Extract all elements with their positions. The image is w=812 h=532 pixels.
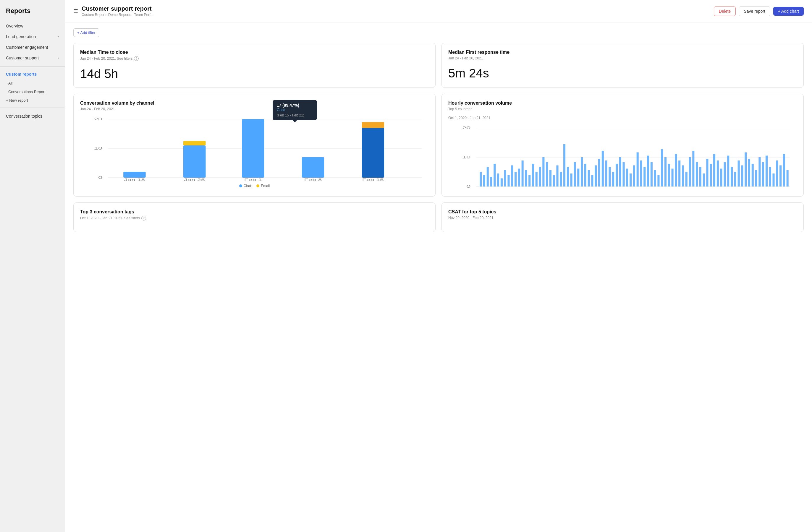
svg-rect-36 xyxy=(522,161,524,187)
hourly-volume-card: Hourly conversation volume Top 5 countri… xyxy=(441,94,804,196)
save-report-button[interactable]: Save report xyxy=(739,6,770,16)
sidebar-title: Reports xyxy=(0,7,65,21)
svg-text:Jan 18: Jan 18 xyxy=(124,178,145,181)
svg-rect-84 xyxy=(689,157,691,187)
drag-icon[interactable]: ⋮⋮ xyxy=(422,99,430,107)
header-left: ☰ Customer support report Custom Reports… xyxy=(73,5,154,17)
svg-rect-44 xyxy=(549,170,551,187)
svg-rect-90 xyxy=(710,164,712,187)
svg-rect-65 xyxy=(623,162,625,187)
sidebar-item-label: Conversation topics xyxy=(6,114,42,119)
delete-icon[interactable]: 🗑 xyxy=(411,99,419,107)
sidebar-item-lead-generation[interactable]: Lead generation › xyxy=(0,31,65,42)
svg-rect-28 xyxy=(494,164,496,187)
hourly-subtitle: Top 5 countries xyxy=(448,107,797,111)
svg-rect-85 xyxy=(692,151,694,187)
svg-rect-101 xyxy=(748,159,750,187)
svg-rect-33 xyxy=(511,165,513,187)
svg-text:20: 20 xyxy=(94,117,103,121)
svg-rect-25 xyxy=(483,175,485,187)
sidebar-item-customer-support[interactable]: Customer support › xyxy=(0,53,65,63)
main-header: ☰ Customer support report Custom Reports… xyxy=(65,0,812,23)
svg-rect-98 xyxy=(738,161,740,187)
svg-rect-77 xyxy=(665,157,667,187)
hamburger-icon[interactable]: ☰ xyxy=(73,8,78,14)
sidebar-item-conversation-topics[interactable]: Conversation topics xyxy=(0,111,65,121)
svg-rect-8 xyxy=(183,145,205,178)
page-title: Customer support report xyxy=(82,5,154,12)
bar-chart: 20 10 0 Jan 18 Jan 25 Feb 1 xyxy=(80,116,429,181)
svg-rect-71 xyxy=(643,167,646,187)
svg-rect-86 xyxy=(696,162,698,187)
svg-rect-57 xyxy=(595,165,597,187)
title-area: Customer support report Custom Reports D… xyxy=(82,5,154,17)
svg-rect-112 xyxy=(786,170,789,187)
svg-rect-41 xyxy=(539,167,541,187)
svg-text:0: 0 xyxy=(98,176,102,180)
svg-rect-88 xyxy=(703,174,705,187)
svg-rect-24 xyxy=(480,172,482,187)
svg-rect-15 xyxy=(362,128,384,178)
csat-subtitle: Nov 29, 2020 - Feb 20, 2021 xyxy=(448,216,797,220)
svg-rect-27 xyxy=(490,177,492,187)
csat-title: CSAT for top 5 topics xyxy=(448,209,797,215)
svg-rect-13 xyxy=(302,157,324,178)
legend-email-label: Email xyxy=(261,184,270,188)
info-icon[interactable]: ? xyxy=(134,56,139,61)
add-filter-button[interactable]: + Add filter xyxy=(73,28,99,37)
svg-rect-64 xyxy=(619,157,621,187)
sidebar-item-all[interactable]: All xyxy=(0,79,65,88)
conv-volume-title: Conversation volume by channel xyxy=(80,101,429,106)
median-response-title: Median First response time xyxy=(448,50,797,55)
delete-button[interactable]: Delete xyxy=(714,6,736,16)
breadcrumb: Custom Reports Demo Reports - Team Perf.… xyxy=(82,13,154,17)
svg-rect-37 xyxy=(525,170,527,187)
svg-rect-94 xyxy=(724,162,726,187)
edit-icon[interactable]: ✎ xyxy=(401,99,409,107)
add-chart-button[interactable]: + Add chart xyxy=(773,7,804,16)
legend-chat-label: Chat xyxy=(244,184,251,188)
svg-rect-43 xyxy=(546,162,548,187)
svg-text:Feb 1: Feb 1 xyxy=(244,178,262,181)
custom-reports-section[interactable]: Custom reports xyxy=(0,70,65,79)
hourly-chart: 20 10 0 xyxy=(448,125,797,190)
svg-rect-55 xyxy=(588,170,590,187)
top-tags-card: Top 3 conversation tags Oct 1, 2020 - Ja… xyxy=(73,203,436,232)
svg-rect-89 xyxy=(706,159,708,187)
svg-rect-66 xyxy=(626,169,628,187)
svg-rect-40 xyxy=(536,172,538,187)
svg-rect-97 xyxy=(734,172,736,187)
main-content: ☰ Customer support report Custom Reports… xyxy=(65,0,812,532)
svg-rect-87 xyxy=(699,167,701,187)
median-time-title: Median Time to close xyxy=(80,50,429,55)
svg-rect-49 xyxy=(567,167,569,187)
svg-rect-82 xyxy=(682,165,684,187)
sidebar-item-conversations-report[interactable]: Conversations Report xyxy=(0,88,65,96)
svg-rect-51 xyxy=(574,162,576,187)
content-area: + Add filter Median Time to close Jan 24… xyxy=(65,23,812,238)
svg-rect-60 xyxy=(605,161,607,187)
svg-rect-35 xyxy=(518,169,520,187)
hourly-title: Hourly conversation volume xyxy=(448,101,797,106)
median-time-card: Median Time to close Jan 24 - Feb 20, 20… xyxy=(73,43,436,88)
charts-grid: Median Time to close Jan 24 - Feb 20, 20… xyxy=(73,43,804,232)
svg-rect-96 xyxy=(731,167,733,187)
median-response-value: 5m 24s xyxy=(448,66,797,80)
svg-rect-110 xyxy=(780,165,782,187)
new-report-button[interactable]: + New report xyxy=(0,96,65,105)
svg-rect-91 xyxy=(713,154,715,187)
svg-rect-54 xyxy=(584,164,586,187)
svg-rect-100 xyxy=(744,152,746,187)
svg-text:10: 10 xyxy=(462,156,471,159)
sidebar-item-overview[interactable]: Overview xyxy=(0,21,65,31)
hourly-subtitle-2: Oct 1, 2020 - Jan 21, 2021 xyxy=(448,116,797,120)
svg-rect-107 xyxy=(769,167,771,187)
svg-rect-68 xyxy=(633,165,635,187)
svg-text:10: 10 xyxy=(94,147,103,150)
sidebar-item-label: Customer support xyxy=(6,56,39,60)
info-icon-2[interactable]: ? xyxy=(141,216,146,221)
svg-text:0: 0 xyxy=(466,185,470,189)
sidebar-item-customer-engagement[interactable]: Customer engagement xyxy=(0,42,65,53)
svg-rect-108 xyxy=(772,174,774,187)
svg-rect-79 xyxy=(671,169,673,187)
